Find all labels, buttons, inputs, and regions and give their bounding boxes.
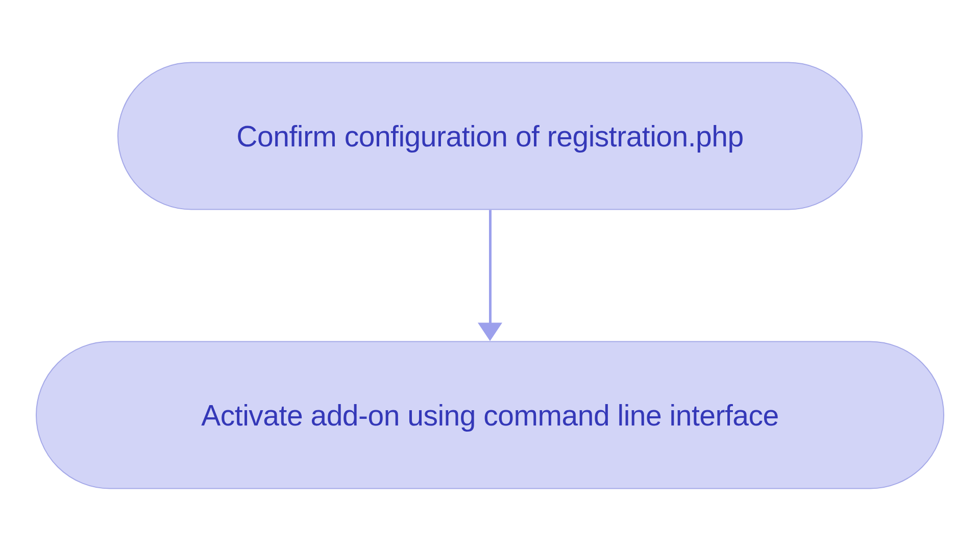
flowchart-diagram: Confirm configuration of registration.ph… <box>36 62 944 489</box>
node-2-label: Activate add-on using command line inter… <box>201 398 778 432</box>
flowchart-node-1: Confirm configuration of registration.ph… <box>117 62 863 210</box>
flowchart-node-2: Activate add-on using command line inter… <box>36 341 944 489</box>
node-1-label: Confirm configuration of registration.ph… <box>236 119 743 153</box>
arrowhead-icon <box>478 323 502 341</box>
flowchart-connector <box>489 210 492 328</box>
